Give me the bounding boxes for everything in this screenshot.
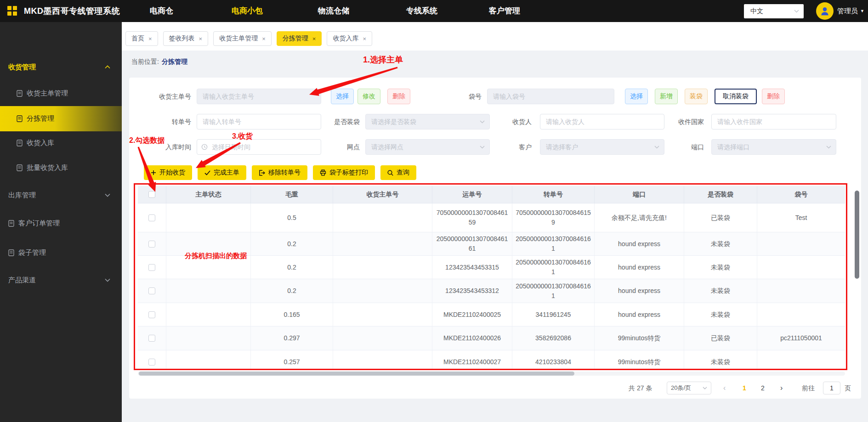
master-no-input[interactable] [197,89,321,104]
remove-transfer-button[interactable]: 移除转单号 [252,165,307,180]
row-checkbox[interactable] [148,264,155,271]
sidebar-item-sorting-mgmt[interactable]: 分拣管理 [0,106,122,131]
customer-select[interactable] [540,139,664,155]
topnav-dedicated-line[interactable]: 专线系统 [406,0,437,22]
check-icon [204,170,210,175]
annotation-receive: 3.收货 [232,132,253,141]
vertical-scrollbar [854,187,860,369]
close-icon[interactable]: × [312,35,316,42]
sidebar-item-bag-mgmt[interactable]: 袋子管理 [0,242,122,263]
next-page-button[interactable]: › [780,382,783,394]
sidebar-item-label: 袋子管理 [18,248,46,257]
vertical-scrollbar-thumb[interactable] [855,191,859,279]
sidebar-item-receive-master-mgmt[interactable]: 收货主单管理 [0,83,122,103]
horizontal-scrollbar-thumb[interactable] [139,371,574,376]
is-bagged-select[interactable] [365,114,490,129]
bag-no-input[interactable] [487,89,614,104]
breadcrumb-prefix: 当前位置: [131,58,159,65]
page-number-1[interactable]: 1 [743,382,746,394]
finish-master-button[interactable]: 完成主单 [198,165,246,180]
col-header: 袋号 [757,186,845,203]
transfer-no-input[interactable] [197,114,321,129]
col-header: 收货主单号 [333,186,432,203]
goto-page-input[interactable] [823,382,840,394]
is-bagged-value[interactable] [365,114,490,129]
query-button[interactable]: 查询 [380,165,416,180]
sidebar-group-receive-mgmt[interactable]: 收货管理 [0,57,122,77]
master-delete-button[interactable]: 删除 [387,89,410,104]
customer-value[interactable] [540,139,664,155]
sidebar-item-receive-inbound[interactable]: 收货入库 [0,133,122,153]
topnav-ecommerce-parcel[interactable]: 电商小包 [232,0,263,22]
select-all-checkbox[interactable] [148,191,155,198]
sidebar-item-batch-receive-inbound[interactable]: 批量收货入库 [0,158,122,178]
close-icon[interactable]: × [262,35,266,42]
app-title: MKD墨西哥专线管理系统 [24,0,120,22]
bag-add-button[interactable]: 新增 [655,89,678,104]
sidebar-item-label: 客户订单管理 [18,219,60,228]
start-receive-button[interactable]: 开始收货 [144,165,192,180]
receiver-input[interactable] [540,114,664,129]
row-checkbox[interactable] [148,241,155,248]
table-row: 0.297 MKDE21102400026 3582692086 99minut… [138,326,845,350]
inbound-time-value[interactable] [197,139,321,155]
tab-strip: 首页× 签收列表× 收货主单管理× 分拣管理× 收货入库× [122,22,868,51]
row-checkbox[interactable] [148,311,155,318]
bag-select-button[interactable]: 选择 [625,89,648,104]
inbound-time-picker[interactable] [197,139,321,155]
document-icon [17,115,23,122]
sidebar-group-product-channel[interactable]: 产品渠道 [0,270,122,290]
country-input[interactable] [711,114,836,129]
select-all-cell [138,186,166,203]
search-icon [387,170,393,176]
master-modify-button[interactable]: 修改 [357,89,380,104]
current-user[interactable]: 管理员 [837,0,858,22]
chevron-down-icon [826,146,831,149]
label-transfer-no: 转单号 [145,114,191,129]
tab-sorting-mgmt[interactable]: 分拣管理× [277,31,322,46]
language-value: 中文 [750,7,763,16]
topnav-logistics-storage[interactable]: 物流仓储 [318,0,349,22]
bag-pack-button[interactable]: 装袋 [685,89,708,104]
label-bag-no: 袋号 [449,89,482,104]
col-header: 主单状态 [166,186,251,203]
topnav-ecommerce-warehouse[interactable]: 电商仓 [150,0,173,22]
tab-label: 收货入库 [333,34,358,43]
row-checkbox[interactable] [148,287,155,294]
tab-label: 分拣管理 [283,34,308,43]
tab-receive-master-mgmt[interactable]: 收货主单管理× [213,31,272,46]
sidebar-item-label: 收货入库 [27,139,54,147]
language-select[interactable]: 中文 [744,4,804,18]
row-checkbox[interactable] [148,359,155,366]
tab-sign-list[interactable]: 签收列表× [163,31,209,46]
port-value[interactable] [711,139,836,155]
label-outlet: 网点 [328,139,360,155]
topnav-customer-mgmt[interactable]: 客户管理 [489,0,520,22]
row-checkbox[interactable] [148,214,155,221]
outlet-select[interactable] [365,139,490,155]
bag-unpack-button[interactable]: 取消装袋 [715,89,757,104]
page-size-select[interactable]: 20条/页 [667,382,711,394]
avatar[interactable] [816,2,834,20]
annotation-check-data: 2.勾选数据 [129,136,165,146]
table-header-row: 主单状态 毛重 收货主单号 运单号 转单号 端口 是否装袋 袋号 [138,186,845,203]
tab-label: 收货主单管理 [219,34,258,43]
topbar: MKD墨西哥专线管理系统 电商仓 电商小包 物流仓储 专线系统 客户管理 中文 … [0,0,868,22]
tab-receive-inbound[interactable]: 收货入库× [327,31,372,46]
master-select-button[interactable]: 选择 [331,89,354,104]
sidebar-group-outbound-mgmt[interactable]: 出库管理 [0,185,122,205]
user-caret-down-icon[interactable]: ▼ [860,0,864,22]
tab-home[interactable]: 首页× [125,31,158,46]
close-icon[interactable]: × [148,35,152,42]
page-number-2[interactable]: 2 [761,382,765,394]
bag-label-print-button[interactable]: 袋子标签打印 [313,165,375,180]
close-icon[interactable]: × [363,35,366,42]
bag-delete-button[interactable]: 删除 [762,89,785,104]
content-card: 收货主单号 选择 修改 删除 袋号 选择 新增 装袋 取消装袋 删除 转单号 是… [129,78,861,399]
port-select[interactable] [711,139,836,155]
row-checkbox[interactable] [148,335,155,342]
prev-page-button[interactable]: ‹ [723,382,726,394]
outlet-value[interactable] [365,139,490,155]
sidebar-item-customer-order-mgmt[interactable]: 客户订单管理 [0,213,122,233]
close-icon[interactable]: × [199,35,203,42]
